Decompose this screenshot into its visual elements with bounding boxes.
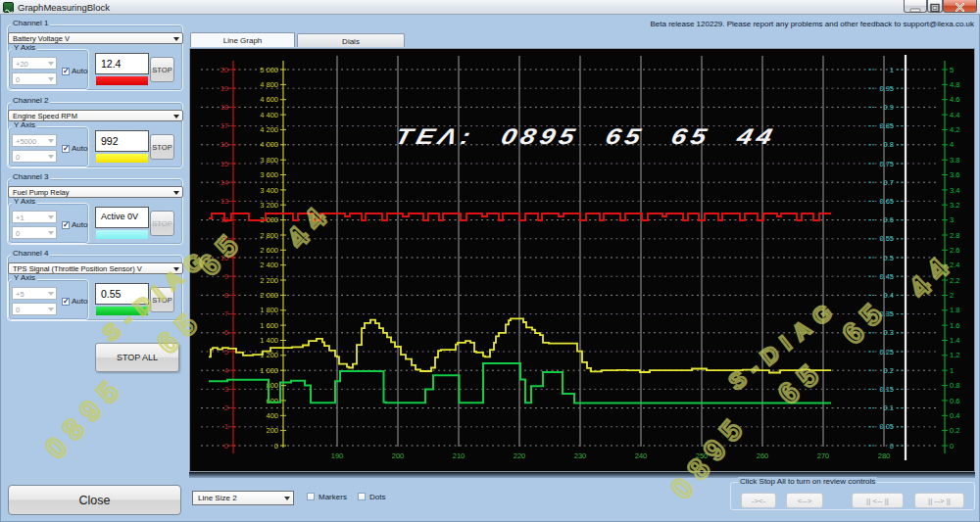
svg-text:240: 240 xyxy=(635,451,648,460)
svg-text:2 000: 2 000 xyxy=(260,291,278,300)
svg-text:16: 16 xyxy=(220,140,228,149)
svg-text:0: 0 xyxy=(950,442,954,451)
svg-text:6: 6 xyxy=(224,328,228,337)
svg-text:4 800: 4 800 xyxy=(260,80,278,89)
svg-text:1.8: 1.8 xyxy=(950,306,959,314)
svg-text:0.25: 0.25 xyxy=(879,348,894,356)
svg-text:8: 8 xyxy=(224,291,228,300)
svg-text:4.4: 4.4 xyxy=(950,111,959,119)
svg-text:0.75: 0.75 xyxy=(879,160,894,168)
svg-text:200: 200 xyxy=(392,451,405,460)
svg-text:20: 20 xyxy=(220,66,228,74)
svg-text:200: 200 xyxy=(266,426,278,435)
svg-text:0.95: 0.95 xyxy=(879,84,894,93)
svg-text:0.6: 0.6 xyxy=(950,397,959,405)
svg-text:3 400: 3 400 xyxy=(260,186,278,195)
svg-text:14: 14 xyxy=(220,178,228,187)
svg-text:2: 2 xyxy=(950,291,954,300)
svg-text:0.65: 0.65 xyxy=(879,197,894,206)
svg-text:1 400: 1 400 xyxy=(260,336,278,345)
svg-text:15: 15 xyxy=(220,160,228,168)
svg-text:0: 0 xyxy=(890,442,894,451)
svg-text:4 600: 4 600 xyxy=(260,95,278,104)
svg-text:2 400: 2 400 xyxy=(260,261,278,269)
svg-text:0.8: 0.8 xyxy=(950,381,959,390)
svg-text:3.8: 3.8 xyxy=(950,156,959,165)
svg-text:4: 4 xyxy=(224,366,228,375)
svg-text:1 800: 1 800 xyxy=(260,306,278,314)
svg-text:2 600: 2 600 xyxy=(260,246,278,255)
svg-text:0: 0 xyxy=(224,442,228,451)
svg-text:1: 1 xyxy=(950,366,954,375)
svg-text:400: 400 xyxy=(266,411,278,420)
svg-text:1: 1 xyxy=(224,422,228,431)
svg-text:220: 220 xyxy=(514,451,526,460)
svg-text:5 000: 5 000 xyxy=(260,66,278,74)
svg-text:0.05: 0.05 xyxy=(879,422,894,431)
svg-text:190: 190 xyxy=(331,451,344,460)
svg-text:0.9: 0.9 xyxy=(884,103,894,112)
svg-text:5: 5 xyxy=(950,66,954,74)
svg-text:TEΛ: 0895 65 65 44: TEΛ: 0895 65 65 44 xyxy=(393,124,779,149)
svg-text:2 800: 2 800 xyxy=(260,231,278,240)
svg-text:0.7: 0.7 xyxy=(884,178,894,187)
svg-text:0.2: 0.2 xyxy=(950,426,959,435)
svg-text:13: 13 xyxy=(220,197,228,206)
svg-text:3: 3 xyxy=(224,385,228,394)
svg-text:0.85: 0.85 xyxy=(879,121,894,130)
svg-text:0: 0 xyxy=(274,442,278,451)
svg-text:2: 2 xyxy=(224,403,228,412)
svg-text:3.4: 3.4 xyxy=(950,186,959,195)
svg-text:4 000: 4 000 xyxy=(260,140,278,149)
svg-text:0.4: 0.4 xyxy=(950,411,959,420)
svg-text:4 200: 4 200 xyxy=(260,125,278,134)
svg-text:4.2: 4.2 xyxy=(950,125,959,134)
svg-text:3: 3 xyxy=(950,215,954,224)
svg-text:270: 270 xyxy=(817,451,830,460)
svg-text:3.6: 3.6 xyxy=(950,170,959,179)
svg-text:7: 7 xyxy=(224,309,228,318)
svg-text:1.4: 1.4 xyxy=(950,336,959,345)
svg-text:0.1: 0.1 xyxy=(884,403,894,412)
svg-text:18: 18 xyxy=(220,103,228,112)
svg-text:3 600: 3 600 xyxy=(260,170,278,179)
svg-text:0.8: 0.8 xyxy=(884,140,894,149)
svg-text:1.2: 1.2 xyxy=(950,351,959,359)
svg-text:260: 260 xyxy=(757,451,769,460)
svg-text:0.15: 0.15 xyxy=(879,385,894,394)
svg-text:2 200: 2 200 xyxy=(260,276,278,285)
svg-text:0.4: 0.4 xyxy=(884,291,894,300)
svg-text:17: 17 xyxy=(220,121,228,130)
svg-text:3 800: 3 800 xyxy=(260,156,278,165)
svg-text:3 200: 3 200 xyxy=(260,201,278,210)
svg-text:280: 280 xyxy=(878,451,891,460)
svg-text:230: 230 xyxy=(574,451,587,460)
svg-text:3.2: 3.2 xyxy=(950,201,959,210)
svg-text:4.6: 4.6 xyxy=(950,95,959,104)
svg-text:1: 1 xyxy=(890,66,894,74)
svg-text:1 600: 1 600 xyxy=(260,321,278,330)
svg-text:4: 4 xyxy=(950,140,954,149)
svg-text:0.3: 0.3 xyxy=(884,328,894,337)
svg-text:1 000: 1 000 xyxy=(260,366,278,375)
svg-text:0.2: 0.2 xyxy=(884,366,894,375)
svg-text:0.55: 0.55 xyxy=(879,234,894,243)
svg-text:0.6: 0.6 xyxy=(884,215,894,224)
svg-text:2.6: 2.6 xyxy=(950,246,959,255)
svg-text:0.45: 0.45 xyxy=(879,272,894,281)
svg-text:1.6: 1.6 xyxy=(950,321,959,330)
svg-text:4 400: 4 400 xyxy=(260,111,278,119)
svg-text:0.5: 0.5 xyxy=(884,254,894,262)
svg-text:210: 210 xyxy=(453,451,466,460)
svg-text:4.8: 4.8 xyxy=(950,80,959,89)
svg-text:19: 19 xyxy=(220,84,228,93)
svg-text:2.8: 2.8 xyxy=(950,231,959,240)
